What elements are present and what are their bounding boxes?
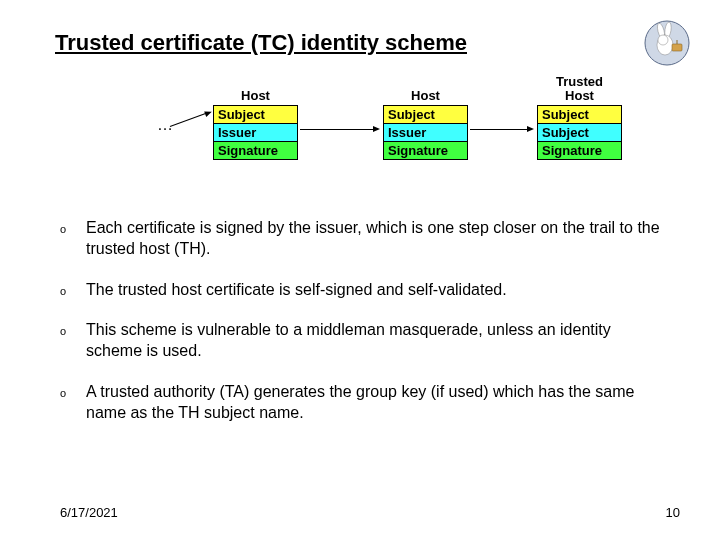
bullet-marker: o bbox=[60, 320, 86, 338]
arrow-line bbox=[470, 129, 530, 130]
footer-page-number: 10 bbox=[666, 505, 680, 520]
cert-row-subject: Subject bbox=[384, 106, 467, 124]
certificate-box: Subject Issuer Signature bbox=[383, 105, 468, 160]
bullet-marker: o bbox=[60, 382, 86, 400]
bullet-marker: o bbox=[60, 218, 86, 236]
bullet-list: o Each certificate is signed by the issu… bbox=[60, 218, 670, 444]
cert-row-subject: Subject bbox=[538, 106, 621, 124]
cert-caption-host: Host bbox=[383, 88, 468, 103]
cert-caption-host: Host bbox=[213, 88, 298, 103]
bullet-text: Each certificate is signed by the issuer… bbox=[86, 218, 670, 260]
cert-row-subject: Subject bbox=[214, 106, 297, 124]
page-title: Trusted certificate (TC) identity scheme bbox=[55, 30, 467, 56]
cert-row-issuer: Subject bbox=[538, 124, 621, 142]
list-item: o The trusted host certificate is self-s… bbox=[60, 280, 670, 301]
cert-row-issuer: Issuer bbox=[214, 124, 297, 142]
arrow-head bbox=[527, 126, 534, 132]
cert-row-signature: Signature bbox=[384, 142, 467, 159]
svg-rect-5 bbox=[672, 44, 682, 51]
bullet-text: This scheme is vulnerable to a middleman… bbox=[86, 320, 670, 362]
arrow-line bbox=[170, 112, 208, 127]
arrow-head bbox=[204, 109, 213, 117]
arrow-line bbox=[300, 129, 376, 130]
certificate-box: Subject Issuer Signature bbox=[213, 105, 298, 160]
bullet-marker: o bbox=[60, 280, 86, 298]
cert-row-signature: Signature bbox=[538, 142, 621, 159]
bullet-text: The trusted host certificate is self-sig… bbox=[86, 280, 507, 301]
bullet-text: A trusted authority (TA) generates the g… bbox=[86, 382, 670, 424]
list-item: o A trusted authority (TA) generates the… bbox=[60, 382, 670, 424]
list-item: o Each certificate is signed by the issu… bbox=[60, 218, 670, 260]
footer-date: 6/17/2021 bbox=[60, 505, 118, 520]
cert-caption-host: Host bbox=[537, 88, 622, 103]
arrow-head bbox=[373, 126, 380, 132]
svg-point-4 bbox=[658, 35, 668, 45]
cert-row-signature: Signature bbox=[214, 142, 297, 159]
certificate-chain-diagram: … Host Subject Issuer Signature Host Sub… bbox=[0, 74, 720, 174]
rabbit-logo bbox=[644, 20, 690, 66]
cert-caption-trusted: Trusted bbox=[537, 74, 622, 89]
certificate-box-trusted: Subject Subject Signature bbox=[537, 105, 622, 160]
cert-row-issuer: Issuer bbox=[384, 124, 467, 142]
list-item: o This scheme is vulnerable to a middlem… bbox=[60, 320, 670, 362]
